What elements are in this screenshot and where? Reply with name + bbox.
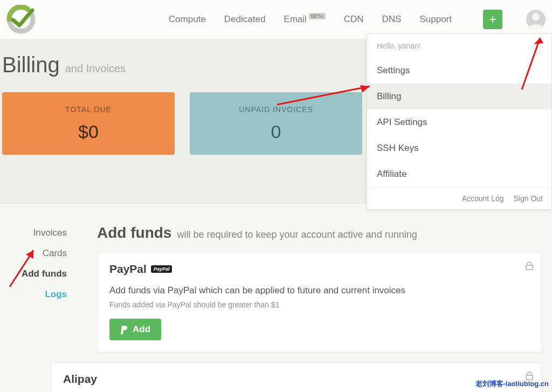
dropdown-settings[interactable]: Settings — [367, 58, 551, 84]
nav-dedicated[interactable]: Dedicated — [224, 14, 266, 25]
nav-cdn[interactable]: CDN — [344, 14, 364, 25]
main-panel: Add funds will be required to keep your … — [97, 224, 552, 392]
dropdown-sign-out[interactable]: Sign Out — [514, 194, 543, 203]
user-avatar[interactable] — [526, 10, 546, 29]
dropdown-api-settings[interactable]: API Settings — [367, 109, 551, 135]
dropdown-footer: Account Log Sign Out — [367, 187, 551, 209]
paypal-header: PayPal PayPal — [109, 263, 530, 276]
add-button[interactable]: + — [483, 10, 502, 29]
paypal-note: Funds added via PayPal should be greater… — [109, 300, 530, 309]
total-due-card[interactable]: TOTAL DUE $0 — [2, 92, 175, 155]
alipay-title: Alipay — [63, 373, 97, 386]
watermark: 老刘博客-laoliublog.cn — [475, 379, 549, 389]
dropdown-account-log[interactable]: Account Log — [462, 194, 504, 203]
nav-dns[interactable]: DNS — [382, 14, 402, 25]
content-area: Invoices Cards Add funds Logs Add funds … — [0, 204, 552, 392]
paypal-panel: PayPal PayPal Add funds via PayPal which… — [97, 252, 542, 353]
lock-icon — [526, 262, 533, 272]
page-title-main: Billing — [2, 53, 60, 77]
unpaid-invoices-label: UNPAID INVOICES — [239, 105, 313, 114]
paypal-description: Add funds via PayPal which can be applie… — [109, 285, 530, 296]
svg-point-1 — [532, 13, 540, 20]
plus-icon: + — [489, 13, 496, 26]
dropdown-affiliate[interactable]: Affiliate — [367, 161, 551, 187]
sidebar-item-cards[interactable]: Cards — [43, 248, 67, 259]
dropdown-billing[interactable]: Billing — [367, 84, 551, 109]
brand-logo[interactable] — [0, 0, 42, 39]
dropdown-greeting: Hello, yanan! — [367, 34, 551, 58]
paypal-add-label: Add — [133, 324, 150, 335]
user-dropdown: Hello, yanan! Settings Billing API Setti… — [367, 33, 552, 210]
total-due-value: $0 — [78, 121, 99, 142]
alipay-panel: Alipay — [51, 362, 542, 392]
section-subtitle: will be required to keep your account ac… — [177, 229, 417, 240]
section-heading: Add funds will be required to keep your … — [97, 224, 552, 242]
unpaid-invoices-value: 0 — [271, 121, 281, 142]
total-due-label: TOTAL DUE — [65, 105, 112, 114]
page-title-sub: and Invoices — [65, 63, 126, 75]
beta-badge: BETA — [309, 13, 326, 19]
paypal-badge-icon: PayPal — [151, 265, 172, 273]
paypal-p-icon — [120, 325, 128, 334]
section-title: Add funds — [97, 224, 171, 242]
dropdown-ssh-keys[interactable]: SSH Keys — [367, 135, 551, 161]
paypal-title: PayPal — [109, 263, 147, 276]
unpaid-invoices-card[interactable]: UNPAID INVOICES 0 — [190, 92, 362, 155]
sidebar-item-add-funds[interactable]: Add funds — [22, 269, 67, 279]
sidebar-item-invoices[interactable]: Invoices — [33, 228, 67, 238]
alipay-header: Alipay — [63, 373, 530, 386]
nav-compute[interactable]: Compute — [169, 14, 206, 25]
primary-nav: Compute Dedicated Email BETA CDN DNS Sup… — [169, 10, 546, 29]
nav-email-label: Email — [284, 14, 307, 25]
nav-email[interactable]: Email BETA — [284, 14, 325, 25]
nav-support[interactable]: Support — [419, 14, 452, 25]
paypal-add-button[interactable]: Add — [109, 319, 161, 340]
sidebar-item-logs[interactable]: Logs — [45, 289, 67, 300]
